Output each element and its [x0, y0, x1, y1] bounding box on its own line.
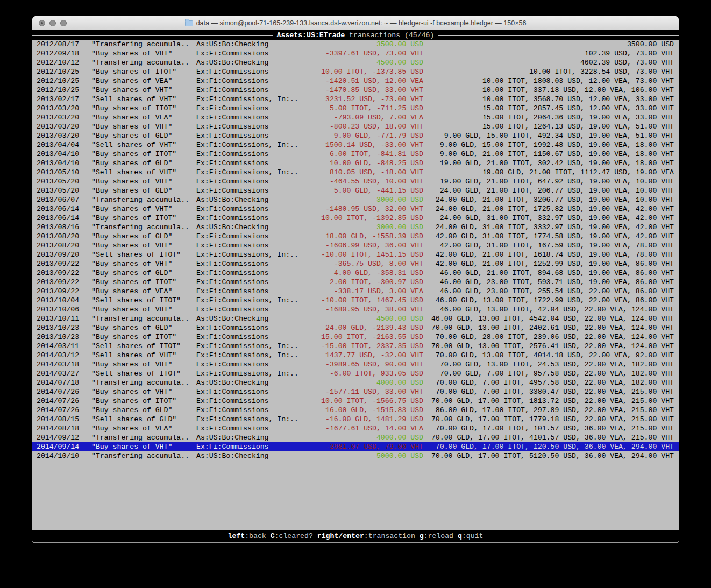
table-row[interactable]: 2014/07/26"Buy shares of VHT"Ex:Fi:Commi… — [32, 387, 679, 396]
table-row[interactable]: 2013/09/22"Buy shares of VEA"Ex:Fi:Commi… — [32, 287, 679, 296]
table-row[interactable]: 2013/09/22"Buy shares of ITOT"Ex:Fi:Comm… — [32, 278, 679, 287]
txn-amount: -1420.51 USD, 12.00 VEA — [312, 76, 423, 86]
txn-description: "Transfering accumula.. — [91, 40, 196, 49]
table-row[interactable]: 2013/04/10"Buy shares of ITOT"Ex:Fi:Comm… — [32, 150, 679, 159]
txn-running-balance: 70.00 GLD, 7.00 ITOT, 4957.58 USD, 22.00… — [423, 378, 674, 387]
table-row[interactable]: 2013/05/10"Sell shares of VHT"Ex:Fi:Comm… — [32, 168, 679, 177]
table-row[interactable]: 2014/09/12"Transfering accumula..As:US:B… — [32, 433, 679, 442]
table-row[interactable]: 2013/03/20"Buy shares of VEA"Ex:Fi:Commi… — [32, 113, 679, 122]
txn-other-accounts: Ex:Fi:Commissions — [196, 259, 312, 268]
txn-date: 2013/04/10 — [37, 159, 91, 168]
txn-running-balance: 15.00 ITOT, 2064.36 USD, 19.00 VEA, 33.0… — [423, 113, 674, 122]
txn-description: "Buy shares of VHT" — [91, 387, 196, 396]
table-row[interactable]: 2013/06/07"Transfering accumula..As:US:B… — [32, 195, 679, 204]
table-row[interactable]: 2013/05/20"Buy shares of VHT"Ex:Fi:Commi… — [32, 177, 679, 186]
key-hint-desc: :quit — [462, 532, 484, 540]
txn-amount: 5000.00 USD — [312, 451, 423, 461]
txn-running-balance: 24.00 GLD, 21.00 ITOT, 206.77 USD, 19.00… — [423, 186, 674, 195]
txn-other-accounts: Ex:Fi:Commissions — [196, 131, 312, 140]
txn-other-accounts: Ex:Fi:Commissions — [196, 204, 312, 214]
txn-other-accounts: Ex:Fi:Commissions — [196, 360, 312, 369]
txn-other-accounts: As:US:Bo:Checking — [196, 314, 312, 323]
txn-other-accounts: As:US:Bo:Checking — [196, 433, 312, 442]
txn-amount: 3500.00 USD — [312, 40, 423, 49]
table-row[interactable]: 2012/10/25"Buy shares of VEA"Ex:Fi:Commi… — [32, 76, 679, 86]
txn-other-accounts: Ex:Fi:Commissions — [196, 214, 312, 223]
txn-running-balance: 24.00 GLD, 31.00 ITOT, 3332.97 USD, 19.0… — [423, 223, 674, 232]
txn-amount: 24.00 GLD, -2139.43 USD — [312, 323, 423, 332]
table-row[interactable]: 2014/03/27"Sell shares of ITOT"Ex:Fi:Com… — [32, 369, 679, 378]
txn-description: "Buy shares of GLD" — [91, 232, 196, 241]
table-row[interactable]: 2012/10/12"Transfering accumula..As:US:B… — [32, 58, 679, 67]
table-row[interactable]: 2014/03/11"Sell shares of ITOT"Ex:Fi:Com… — [32, 342, 679, 351]
txn-date: 2012/09/18 — [37, 49, 91, 58]
table-row[interactable]: 2013/03/20"Buy shares of GLD"Ex:Fi:Commi… — [32, 131, 679, 140]
table-row[interactable]: 2012/10/25"Buy shares of ITOT"Ex:Fi:Comm… — [32, 67, 679, 76]
txn-amount: 9.00 GLD, -771.79 USD — [312, 131, 423, 140]
table-row[interactable]: 2013/03/20"Buy shares of VHT"Ex:Fi:Commi… — [32, 122, 679, 131]
txn-date: 2013/08/20 — [37, 241, 91, 250]
table-row-selected[interactable]: 2014/09/14"Buy shares of VHT"Ex:Fi:Commi… — [32, 442, 679, 451]
table-row[interactable]: 2013/09/22"Buy shares of GLD"Ex:Fi:Commi… — [32, 268, 679, 278]
table-row[interactable]: 2013/06/14"Buy shares of ITOT"Ex:Fi:Comm… — [32, 214, 679, 223]
table-row[interactable]: 2013/10/04"Sell shares of ITOT"Ex:Fi:Com… — [32, 296, 679, 305]
table-row[interactable]: 2012/10/25"Buy shares of VHT"Ex:Fi:Commi… — [32, 86, 679, 95]
txn-other-accounts: Ex:Fi:Commissions — [196, 332, 312, 342]
table-row[interactable]: 2013/02/17"Sell shares of VHT"Ex:Fi:Comm… — [32, 95, 679, 104]
txn-date: 2014/03/27 — [37, 369, 91, 378]
table-row[interactable]: 2013/05/20"Buy shares of GLD"Ex:Fi:Commi… — [32, 186, 679, 195]
txn-amount: 5.00 GLD, -441.15 USD — [312, 186, 423, 195]
table-row[interactable]: 2013/08/16"Transfering accumula..As:US:B… — [32, 223, 679, 232]
txn-description: "Buy shares of VEA" — [91, 76, 196, 86]
table-row[interactable]: 2012/09/18"Buy shares of VHT"Ex:Fi:Commi… — [32, 49, 679, 58]
table-row[interactable]: 2014/10/10"Transfering accumula..As:US:B… — [32, 451, 679, 461]
txn-other-accounts: Ex:Fi:Commissions — [196, 67, 312, 76]
table-row[interactable]: 2013/03/20"Buy shares of ITOT"Ex:Fi:Comm… — [32, 104, 679, 113]
current-account-label: Assets:US:ETrade — [277, 31, 345, 39]
txn-description: "Buy shares of VEA" — [91, 287, 196, 296]
txn-other-accounts: As:US:Bo:Checking — [196, 451, 312, 461]
txn-running-balance: 70.00 GLD, 17.00 ITOT, 5120.50 USD, 36.0… — [423, 451, 674, 461]
table-row[interactable]: 2014/03/18"Buy shares of VHT"Ex:Fi:Commi… — [32, 360, 679, 369]
key-hint: left — [228, 532, 245, 540]
txn-description: "Transfering accumula.. — [91, 58, 196, 67]
txn-description: "Sell shares of VHT" — [91, 168, 196, 177]
table-row[interactable]: 2013/10/11"Transfering accumula..As:US:B… — [32, 314, 679, 323]
key-hint: q — [458, 532, 462, 540]
txn-description: "Buy shares of ITOT" — [91, 67, 196, 76]
table-row[interactable]: 2013/06/14"Buy shares of VHT"Ex:Fi:Commi… — [32, 204, 679, 214]
table-row[interactable]: 2014/07/18"Transfering accumula..As:US:B… — [32, 378, 679, 387]
table-row[interactable]: 2014/07/26"Buy shares of ITOT"Ex:Fi:Comm… — [32, 396, 679, 406]
txn-running-balance: 10.00 ITOT, 1808.03 USD, 12.00 VEA, 73.0… — [423, 76, 674, 86]
txn-date: 2012/10/25 — [37, 67, 91, 76]
txn-other-accounts: As:US:Bo:Checking — [196, 223, 312, 232]
table-row[interactable]: 2013/04/10"Buy shares of GLD"Ex:Fi:Commi… — [32, 159, 679, 168]
txn-date: 2014/09/12 — [37, 433, 91, 442]
table-row[interactable]: 2013/10/06"Buy shares of VHT"Ex:Fi:Commi… — [32, 305, 679, 314]
table-row[interactable]: 2013/10/23"Buy shares of ITOT"Ex:Fi:Comm… — [32, 332, 679, 342]
screen-header-bar: Assets:US:ETrade transactions (45/46) — [32, 30, 679, 40]
txn-description: "Buy shares of ITOT" — [91, 396, 196, 406]
table-row[interactable]: 2013/08/20"Buy shares of VHT"Ex:Fi:Commi… — [32, 241, 679, 250]
table-row[interactable]: 2012/08/17"Transfering accumula..As:US:B… — [32, 40, 679, 49]
txn-other-accounts: Ex:Fi:Commissions — [196, 268, 312, 278]
window-titlebar[interactable]: data — simon@pool-71-165-239-133.lsanca.… — [32, 16, 679, 30]
table-row[interactable]: 2013/10/23"Buy shares of GLD"Ex:Fi:Commi… — [32, 323, 679, 332]
txn-amount: -16.00 GLD, 1481.29 USD — [312, 415, 423, 424]
table-row[interactable]: 2013/08/20"Buy shares of GLD"Ex:Fi:Commi… — [32, 232, 679, 241]
table-row[interactable]: 2014/03/12"Sell shares of VHT"Ex:Fi:Comm… — [32, 351, 679, 360]
txn-date: 2013/10/06 — [37, 305, 91, 314]
txn-running-balance: 46.00 GLD, 21.00 ITOT, 894.68 USD, 19.00… — [423, 268, 674, 278]
txn-description: "Transfering accumula.. — [91, 314, 196, 323]
key-hint-desc: :transaction — [364, 532, 415, 540]
txn-description: "Buy shares of VHT" — [91, 86, 196, 95]
txn-description: "Sell shares of ITOT" — [91, 369, 196, 378]
table-row[interactable]: 2014/08/18"Buy shares of VEA"Ex:Fi:Commi… — [32, 424, 679, 433]
table-row[interactable]: 2013/09/22"Buy shares of VHT"Ex:Fi:Commi… — [32, 259, 679, 268]
table-row[interactable]: 2013/04/04"Sell shares of VHT"Ex:Fi:Comm… — [32, 140, 679, 150]
table-row[interactable]: 2014/07/26"Buy shares of GLD"Ex:Fi:Commi… — [32, 406, 679, 415]
txn-amount: 18.00 GLD, -1558.39 USD — [312, 232, 423, 241]
table-row[interactable]: 2014/08/15"Sell shares of GLD"Ex:Fi:Comm… — [32, 415, 679, 424]
txn-running-balance: 46.00 GLD, 13.00 ITOT, 1722.99 USD, 22.0… — [423, 296, 674, 305]
table-row[interactable]: 2013/09/20"Sell shares of ITOT"Ex:Fi:Com… — [32, 250, 679, 259]
